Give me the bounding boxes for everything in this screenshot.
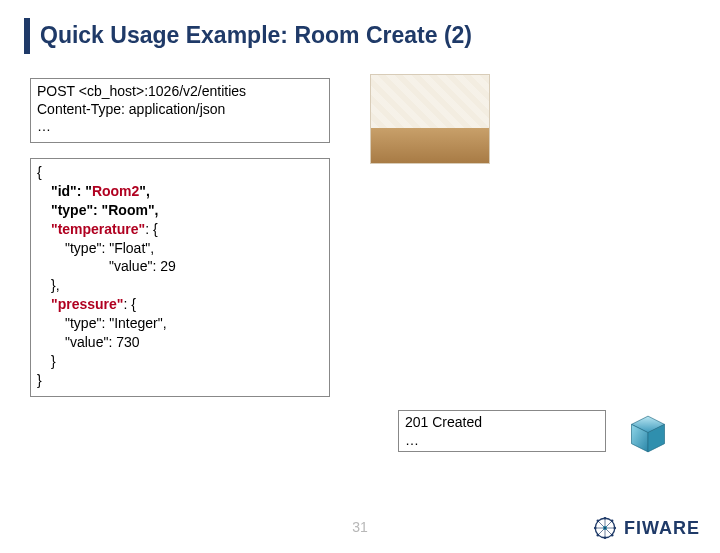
body-press-value: "value": 730 <box>37 333 323 352</box>
svg-point-11 <box>594 527 597 530</box>
svg-point-15 <box>611 520 614 523</box>
svg-point-9 <box>604 517 607 520</box>
svg-point-14 <box>611 534 614 537</box>
cube-icon <box>626 412 670 456</box>
fiware-logo-text: FIWARE <box>624 518 700 539</box>
slide-title-bar: Quick Usage Example: Room Create (2) <box>24 18 472 54</box>
fiware-logo: FIWARE <box>592 515 700 541</box>
request-line-2: Content-Type: application/json <box>37 101 323 119</box>
body-temp-open: "temperature": { <box>37 220 323 239</box>
request-line-3: … <box>37 118 323 136</box>
body-temp-close: }, <box>37 276 323 295</box>
http-request-box: POST <cb_host>:1026/v2/entities Content-… <box>30 78 330 143</box>
body-open: { <box>37 163 323 182</box>
http-body-box: { "id": "Room2", "type": "Room", "temper… <box>30 158 330 397</box>
http-response-box: 201 Created … <box>398 410 606 452</box>
room-image <box>370 74 490 164</box>
request-line-1: POST <cb_host>:1026/v2/entities <box>37 83 323 101</box>
body-press-close: } <box>37 352 323 371</box>
svg-point-12 <box>613 527 616 530</box>
body-press-open: "pressure": { <box>37 295 323 314</box>
slide-title: Quick Usage Example: Room Create (2) <box>40 18 472 54</box>
response-line-1: 201 Created <box>405 414 599 432</box>
body-press-type: "type": "Integer", <box>37 314 323 333</box>
fiware-logo-icon <box>592 515 618 541</box>
body-close: } <box>37 371 323 390</box>
body-temp-type: "type": "Float", <box>37 239 323 258</box>
body-id-line: "id": "Room2", <box>37 182 323 201</box>
svg-point-16 <box>597 534 600 537</box>
response-line-2: … <box>405 432 599 450</box>
body-type-line: "type": "Room", <box>37 201 323 220</box>
body-temp-value: "value": 29 <box>37 257 323 276</box>
title-accent <box>24 18 30 54</box>
svg-point-10 <box>604 536 607 539</box>
svg-point-13 <box>597 520 600 523</box>
